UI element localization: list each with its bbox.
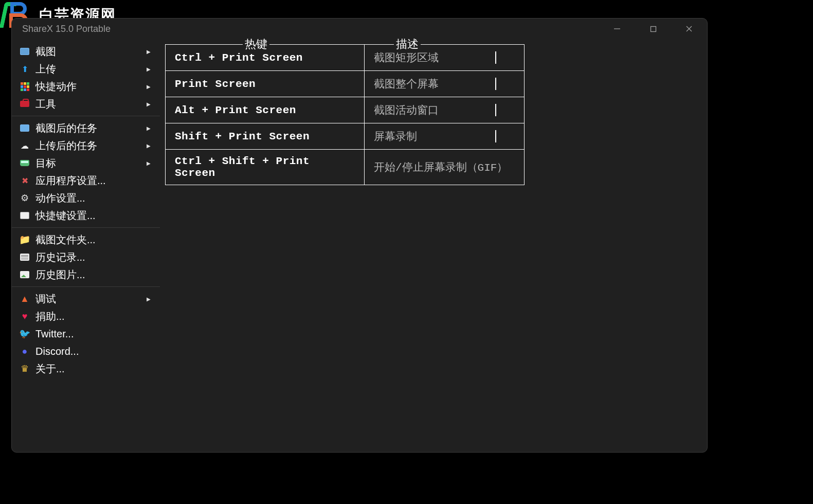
sidebar-item-donate[interactable]: ♥捐助... [12, 308, 160, 325]
sidebar-item-label: 工具 [35, 97, 56, 111]
sidebar-item-destinations[interactable]: 目标▶ [12, 154, 160, 172]
hotkey-cursor [472, 97, 502, 123]
discord-icon: ● [19, 346, 30, 357]
sidebar-item-label: 关于... [35, 362, 65, 376]
hotkey-desc: 开始/停止屏幕录制（GIF） [365, 150, 524, 185]
hotkey-row[interactable]: Ctrl + Shift + Print Screen开始/停止屏幕录制（GIF… [166, 150, 524, 185]
wrench-icon: ✖ [19, 175, 30, 186]
sidebar-item-label: 上传 [35, 62, 56, 76]
hotkey-desc: 屏幕录制 [365, 123, 472, 149]
hotkey-desc: 截图活动窗口 [365, 97, 472, 123]
images-icon [19, 269, 30, 280]
hotkey-table: 热键 描述 Ctrl + Print Screen截图矩形区域Print Scr… [165, 44, 525, 185]
chevron-right-icon: ▶ [147, 143, 151, 149]
minimize-icon [613, 25, 621, 32]
hotkey-desc: 截图矩形区域 [365, 45, 472, 70]
sidebar-item-task-settings[interactable]: ⚙动作设置... [12, 189, 160, 207]
sidebar-item-about[interactable]: ♛关于... [12, 360, 160, 377]
hotkey-desc: 截图整个屏幕 [365, 71, 472, 97]
sidebar-item-after-upload[interactable]: ☁上传后的任务▶ [12, 137, 160, 154]
hotkey-key: Print Screen [166, 71, 346, 97]
chevron-right-icon: ▶ [147, 160, 151, 166]
hotkey-key: Alt + Print Screen [166, 97, 346, 123]
sidebar-item-label: 动作设置... [35, 191, 85, 205]
app-window: ShareX 15.0 Portable 截图▶⬆上传▶快捷动作▶工具▶截图后的… [11, 18, 708, 453]
upload-icon: ⬆ [19, 63, 30, 75]
sidebar-item-screenshots-folder[interactable]: 📁截图文件夹... [12, 231, 160, 248]
list-icon [19, 251, 30, 263]
sidebar-item-capture[interactable]: 截图▶ [12, 43, 160, 60]
close-icon [685, 25, 693, 32]
chevron-right-icon: ▶ [147, 296, 151, 302]
sidebar-item-label: 历史记录... [35, 250, 85, 264]
folder-icon: 📁 [19, 234, 30, 245]
hotkey-row[interactable]: Shift + Print Screen屏幕录制 [166, 123, 524, 150]
window-title: ShareX 15.0 Portable [22, 24, 111, 34]
monitor-icon [19, 46, 30, 57]
cog-icon: ⚙ [19, 192, 30, 204]
sidebar-item-debug[interactable]: ▲调试▶ [12, 290, 160, 308]
close-button[interactable] [671, 19, 707, 39]
sidebar-item-app-settings[interactable]: ✖应用程序设置... [12, 172, 160, 189]
sidebar-item-label: 调试 [35, 292, 56, 306]
sidebar-item-label: 截图文件夹... [35, 233, 96, 247]
main-panel: 热键 描述 Ctrl + Print Screen截图矩形区域Print Scr… [160, 39, 707, 452]
sidebar-item-discord[interactable]: ●Discord... [12, 343, 160, 360]
crown-icon: ♛ [19, 363, 30, 374]
disk-icon [19, 157, 30, 169]
chevron-right-icon: ▶ [147, 125, 151, 131]
sidebar-item-label: 捐助... [35, 310, 65, 323]
sidebar-item-label: 目标 [35, 156, 56, 170]
chevron-right-icon: ▶ [147, 49, 151, 55]
sidebar-item-label: 截图后的任务 [35, 121, 97, 135]
sidebar-item-label: Twitter... [35, 328, 74, 340]
sidebar-item-upload[interactable]: ⬆上传▶ [12, 60, 160, 78]
chevron-right-icon: ▶ [147, 66, 151, 72]
sidebar-item-after-capture[interactable]: 截图后的任务▶ [12, 119, 160, 137]
sidebar-item-label: 历史图片... [35, 268, 85, 282]
sidebar-item-hotkey-settings[interactable]: 快捷键设置... [12, 207, 160, 224]
titlebar[interactable]: ShareX 15.0 Portable [12, 19, 707, 39]
svg-rect-1 [651, 26, 656, 31]
hotkey-row[interactable]: Alt + Print Screen截图活动窗口 [166, 97, 524, 123]
sidebar: 截图▶⬆上传▶快捷动作▶工具▶截图后的任务▶☁上传后的任务▶目标▶✖应用程序设置… [12, 39, 160, 452]
toolbox-icon [19, 98, 30, 110]
sidebar-item-label: 应用程序设置... [35, 174, 106, 188]
sidebar-item-history[interactable]: 历史记录... [12, 248, 160, 266]
chevron-right-icon: ▶ [147, 101, 151, 107]
sidebar-item-workflows[interactable]: 快捷动作▶ [12, 78, 160, 95]
sidebar-item-label: 快捷动作 [35, 80, 77, 94]
sidebar-item-label: 截图 [35, 45, 56, 59]
maximize-icon [650, 26, 657, 32]
cloud-icon: ☁ [19, 140, 30, 151]
chevron-right-icon: ▶ [147, 84, 151, 89]
hotkey-row[interactable]: Print Screen截图整个屏幕 [166, 71, 524, 97]
tasks-icon [19, 122, 30, 134]
hotkey-cursor [472, 123, 502, 149]
hotkey-header-key: 热键 [243, 37, 269, 52]
hotkey-cursor [472, 45, 502, 70]
heart-icon: ♥ [19, 311, 30, 322]
sidebar-item-label: Discord... [35, 346, 79, 357]
sidebar-item-label: 上传后的任务 [35, 139, 97, 153]
minimize-button[interactable] [599, 19, 635, 39]
hotkey-cursor [472, 71, 502, 97]
hotkey-row[interactable]: Ctrl + Print Screen截图矩形区域 [166, 45, 524, 71]
hotkey-key: Ctrl + Shift + Print Screen [166, 150, 346, 185]
sidebar-item-image-history[interactable]: 历史图片... [12, 266, 160, 283]
grid-icon [19, 81, 30, 92]
twitter-icon: 🐦 [19, 328, 30, 339]
sidebar-item-twitter[interactable]: 🐦Twitter... [12, 325, 160, 343]
keyboard-icon [19, 210, 30, 221]
cone-icon: ▲ [19, 293, 30, 304]
maximize-button[interactable] [635, 19, 671, 39]
sidebar-item-tools[interactable]: 工具▶ [12, 95, 160, 113]
hotkey-key: Shift + Print Screen [166, 123, 346, 149]
sidebar-item-label: 快捷键设置... [35, 209, 96, 223]
